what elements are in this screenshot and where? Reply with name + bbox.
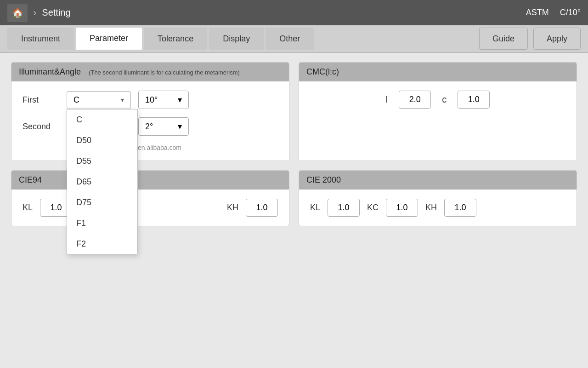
tab-instrument[interactable]: Instrument: [7, 28, 74, 50]
tabbar: Instrument Parameter Tolerance Display O…: [0, 25, 588, 53]
watermark: lonroy.en.alibaba.com: [23, 144, 278, 151]
breadcrumb-chevron: ›: [33, 7, 36, 19]
tab-parameter[interactable]: Parameter: [76, 28, 142, 50]
illuminant-body: First C ▾ C D50 D55 D65 D75 F1 F2: [11, 81, 289, 161]
second-label: Second: [23, 122, 59, 132]
tab-other[interactable]: Other: [266, 28, 314, 50]
l-label: l: [386, 94, 388, 105]
second-angle-value: 2°: [145, 122, 153, 132]
illuminant-header: Illuminant&Angle (The second illuminant …: [11, 63, 289, 81]
header-info: ASTM C/10°: [526, 8, 581, 17]
cie2000-kc-value[interactable]: 1.0: [386, 199, 418, 217]
cmc-title: CMC(l:c): [306, 67, 339, 76]
cie2000-title: CIE 2000: [306, 175, 341, 184]
cie94-kh-label: KH: [227, 203, 238, 213]
c-label: c: [442, 94, 447, 105]
select-chevron-icon: ▾: [121, 96, 124, 104]
dropdown-item-d75[interactable]: D75: [67, 192, 137, 213]
cie2000-panel: CIE 2000 KL 1.0 KC 1.0 KH 1.0: [299, 170, 577, 226]
guide-button[interactable]: Guide: [479, 28, 528, 50]
first-illuminant-select[interactable]: C ▾: [67, 91, 131, 109]
cie94-title: CIE94: [19, 175, 42, 184]
illuminant-title: Illuminant&Angle: [19, 67, 81, 76]
second-row: Second 2° ▾: [23, 117, 278, 136]
cmc-header: CMC(l:c): [299, 63, 577, 81]
first-row: First C ▾ C D50 D55 D65 D75 F1 F2: [23, 91, 278, 109]
dropdown-item-d55[interactable]: D55: [67, 151, 137, 172]
second-angle-chevron-icon: ▾: [178, 121, 182, 132]
angle-info: C/10°: [560, 8, 581, 17]
illuminant-dropdown: C D50 D55 D65 D75 F1 F2: [67, 109, 138, 255]
first-illuminant-select-wrapper: C ▾ C D50 D55 D65 D75 F1 F2: [67, 91, 131, 109]
illuminant-subtitle: (The second illuminant is for calculatin…: [89, 69, 240, 76]
cie94-panel: CIE94 KL 1.0 KH 1.0: [11, 170, 289, 226]
cie2000-kl-label: KL: [310, 203, 320, 213]
apply-button[interactable]: Apply: [533, 28, 581, 50]
angle-chevron-icon: ▾: [178, 95, 182, 105]
home-button[interactable]: 🏠: [7, 4, 28, 22]
dropdown-item-f2[interactable]: F2: [67, 234, 137, 254]
second-angle-select[interactable]: 2° ▾: [138, 117, 189, 136]
illuminant-panel: Illuminant&Angle (The second illuminant …: [11, 62, 289, 161]
first-angle-value: 10°: [145, 95, 158, 105]
first-angle-select[interactable]: 10° ▾: [138, 91, 189, 109]
cie94-kh-value[interactable]: 1.0: [246, 199, 278, 217]
dropdown-item-c[interactable]: C: [67, 109, 137, 130]
cie94-kl-label: KL: [23, 203, 33, 213]
first-illuminant-value: C: [74, 95, 79, 105]
cie94-header: CIE94: [11, 171, 289, 190]
tab-display[interactable]: Display: [209, 28, 264, 50]
cie2000-body: KL 1.0 KC 1.0 KH 1.0: [299, 190, 577, 226]
cmc-body: l 2.0 c 1.0: [299, 81, 577, 118]
cie94-body: KL 1.0 KH 1.0: [11, 190, 289, 226]
tab-tolerance[interactable]: Tolerance: [144, 28, 207, 50]
first-label: First: [23, 95, 59, 105]
cie2000-kh-label: KH: [425, 203, 437, 213]
cie2000-kl-value[interactable]: 1.0: [328, 199, 360, 217]
home-icon: 🏠: [12, 7, 23, 18]
cie2000-kh-value[interactable]: 1.0: [444, 199, 476, 217]
header: 🏠 › Setting ASTM C/10°: [0, 0, 588, 25]
dropdown-item-d65[interactable]: D65: [67, 172, 137, 192]
main-content: Illuminant&Angle (The second illuminant …: [0, 53, 588, 236]
cie2000-header: CIE 2000: [299, 171, 577, 190]
l-value[interactable]: 2.0: [399, 91, 431, 109]
cie2000-kc-label: KC: [367, 203, 379, 213]
astm-label: ASTM: [526, 8, 549, 17]
dropdown-item-d50[interactable]: D50: [67, 130, 137, 151]
page-title: Setting: [42, 7, 520, 18]
c-value[interactable]: 1.0: [458, 91, 490, 109]
cmc-panel: CMC(l:c) l 2.0 c 1.0: [299, 62, 577, 161]
dropdown-item-f1[interactable]: F1: [67, 213, 137, 234]
